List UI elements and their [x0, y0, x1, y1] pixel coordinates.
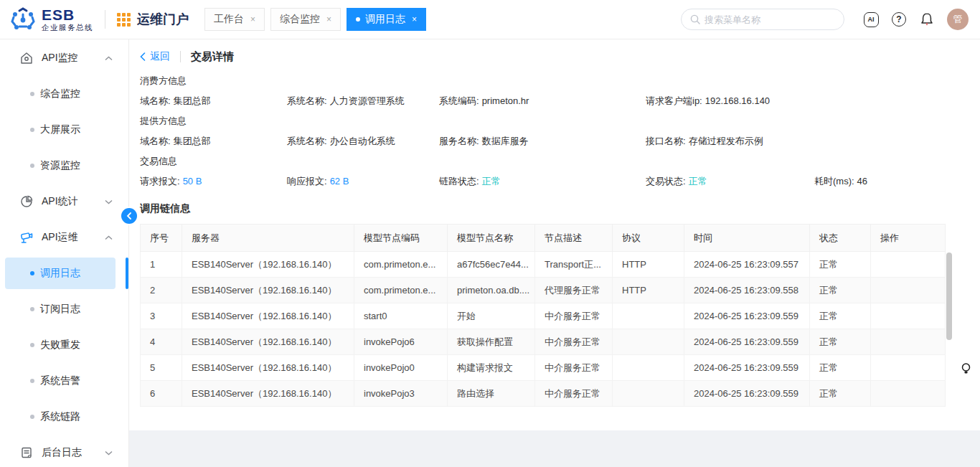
tab-close-icon[interactable]: ×	[412, 14, 417, 24]
field-request-message: 请求报文:50 B	[140, 175, 287, 188]
sidebar-group-api-ops[interactable]: API运维	[0, 220, 128, 255]
tab-label: 工作台	[214, 13, 244, 26]
status-badge: 正常	[482, 176, 501, 187]
table-cell: 构建请求报文	[448, 355, 535, 381]
table-row: 1 ESB140Server（192.168.16.140） com.prime…	[141, 252, 946, 278]
back-button[interactable]: 返回	[140, 50, 170, 63]
table-cell: invokePojo6	[354, 329, 448, 355]
tab-close-icon[interactable]: ×	[250, 14, 255, 24]
response-message-link[interactable]: 62 B	[330, 176, 349, 187]
table-cell: 5	[141, 355, 182, 381]
user-avatar[interactable]: 管	[947, 9, 969, 30]
bullet-icon	[30, 92, 34, 96]
active-item-highlight: 调用日志	[5, 258, 116, 289]
portal-brand: 运维门户	[117, 11, 189, 28]
tab-call-log[interactable]: 调用日志 ×	[347, 8, 426, 31]
column-header: 序号	[141, 225, 182, 252]
sidebar-group-api-stats[interactable]: API统计	[0, 184, 128, 220]
back-label: 返回	[150, 50, 170, 63]
document-icon	[20, 446, 33, 459]
tab-label: 调用日志	[365, 13, 405, 26]
column-header: 状态	[810, 225, 871, 252]
crumb-divider	[180, 51, 181, 62]
status-badge: 正常	[689, 176, 707, 187]
field-domain: 域名称:集团总部	[140, 135, 287, 148]
sidebar-item-retry-failed[interactable]: 失败重发	[0, 327, 128, 363]
table-cell	[871, 329, 946, 355]
section-title-consumer: 消费方信息	[140, 75, 969, 88]
table-cell: 6	[141, 381, 182, 407]
field-link-status: 链路状态:正常	[439, 175, 646, 188]
field-elapsed-ms: 耗时(ms):46	[814, 175, 969, 188]
field-system-code: 系统编码:primeton.hr	[439, 95, 646, 108]
chevron-left-icon	[140, 52, 146, 61]
help-icon[interactable]: ?	[891, 11, 907, 27]
table-header-row: 序号 服务器 模型节点编码 模型节点名称 节点描述 协议 时间 状态 操作	[141, 225, 946, 252]
sidebar-item-system-alert[interactable]: 系统告警	[0, 363, 128, 399]
sidebar-item-call-log[interactable]: 调用日志	[0, 255, 128, 291]
tab-workbench[interactable]: 工作台 ×	[204, 8, 265, 31]
table-row: 6 ESB140Server（192.168.16.140） invokePoj…	[141, 381, 946, 407]
table-cell: 中介服务正常	[535, 329, 613, 355]
sidebar-item-subscribe-log[interactable]: 订阅日志	[0, 291, 128, 327]
chevron-down-icon	[105, 199, 113, 204]
portal-title: 运维门户	[137, 11, 189, 28]
table-cell	[871, 303, 946, 329]
sidebar-item-label: 失败重发	[40, 339, 80, 352]
tab-bar: 工作台 × 综合监控 × 调用日志 ×	[204, 8, 426, 31]
field-transaction-status: 交易状态:正常	[646, 175, 814, 188]
call-chain-table: 序号 服务器 模型节点编码 模型节点名称 节点描述 协议 时间 状态 操作	[140, 224, 946, 407]
column-header: 时间	[684, 225, 810, 252]
header-action-icons: AI ? 管	[863, 9, 969, 30]
sidebar-group-label: API监控	[42, 52, 105, 65]
call-chain-table-wrap: 序号 服务器 模型节点编码 模型节点名称 节点描述 协议 时间 状态 操作	[140, 224, 946, 407]
sidebar-group-label: API运维	[42, 231, 105, 244]
sidebar-group-backend-log[interactable]: 后台日志	[0, 435, 128, 467]
table-cell: 2024-06-25 16:23:09.559	[684, 381, 810, 407]
table-cell: Transport正...	[535, 252, 613, 278]
avatar-text: 管	[953, 13, 963, 26]
tab-monitoring[interactable]: 综合监控 ×	[270, 8, 341, 31]
top-header: ESB 企业服务总线 运维门户 工作台 × 综合监控 × 调用日志 ×	[0, 0, 980, 39]
table-row: 4 ESB140Server（192.168.16.140） invokePoj…	[141, 329, 946, 355]
sidebar-item-resource-monitor[interactable]: 资源监控	[0, 148, 128, 184]
tab-close-icon[interactable]: ×	[326, 14, 331, 24]
sidebar-item-big-screen[interactable]: 大屏展示	[0, 112, 128, 148]
table-cell: 开始	[448, 303, 535, 329]
ai-assistant-icon[interactable]: AI	[863, 11, 879, 27]
table-row: 2 ESB140Server（192.168.16.140） com.prime…	[141, 278, 946, 303]
sidebar-item-label: 资源监控	[40, 159, 80, 172]
sidebar-item-label: 调用日志	[40, 267, 80, 280]
table-cell: 正常	[810, 355, 871, 381]
sidebar-group-label: API统计	[42, 195, 105, 208]
sidebar-item-comprehensive-monitor[interactable]: 综合监控	[0, 76, 128, 112]
lightbulb-icon[interactable]	[961, 362, 971, 379]
table-cell	[613, 329, 684, 355]
request-message-link[interactable]: 50 B	[183, 176, 202, 187]
table-cell: ESB140Server（192.168.16.140）	[182, 303, 354, 329]
table-cell: ESB140Server（192.168.16.140）	[182, 355, 354, 381]
menu-search-box[interactable]	[681, 9, 844, 30]
page-title: 交易详情	[191, 50, 234, 64]
table-cell: 2024-06-25 16:23:09.559	[684, 355, 810, 381]
table-cell: com.primeton.e...	[354, 278, 448, 303]
sidebar-item-system-link[interactable]: 系统链路	[0, 399, 128, 435]
table-cell: 正常	[810, 329, 871, 355]
sidebar-collapse-toggle[interactable]	[121, 208, 137, 224]
search-input[interactable]	[705, 14, 835, 25]
sidebar-item-label: 系统告警	[40, 374, 80, 387]
search-icon	[690, 14, 700, 24]
logo-subtitle: 企业服务总线	[42, 24, 93, 32]
sidebar-group-api-monitor[interactable]: API监控	[0, 40, 128, 76]
tab-label: 综合监控	[280, 13, 320, 26]
table-scrollbar[interactable]	[946, 253, 952, 340]
notification-bell-icon[interactable]	[919, 11, 935, 27]
ai-badge: AI	[864, 12, 879, 27]
active-dot-icon	[356, 17, 360, 22]
transaction-detail-card: 返回 交易详情 消费方信息 域名称:集团总部 系统名称:人力资源管理系统 系统编…	[129, 39, 980, 430]
field-response-message: 响应报文:62 B	[287, 175, 439, 188]
field-domain: 域名称:集团总部	[140, 95, 287, 108]
table-cell: ESB140Server（192.168.16.140）	[182, 329, 354, 355]
table-cell	[871, 252, 946, 278]
column-header: 操作	[871, 225, 946, 252]
